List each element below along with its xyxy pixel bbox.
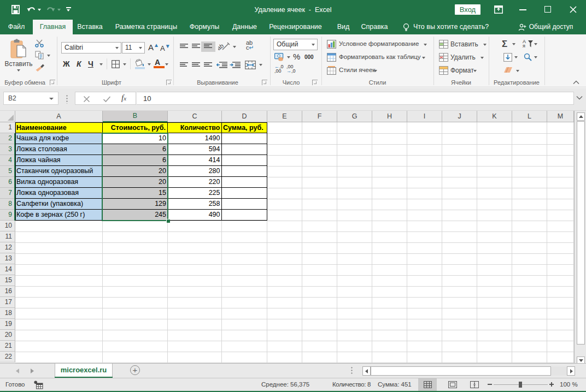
svg-text:ab: ab (218, 42, 225, 51)
